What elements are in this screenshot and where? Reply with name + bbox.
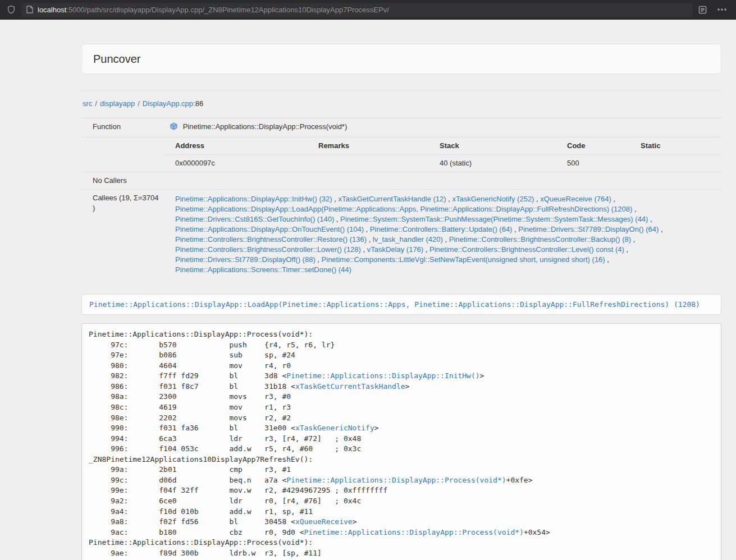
callee-separator: , (316, 255, 322, 264)
callee-link[interactable]: xTaskGenericNotify (252) (452, 195, 534, 203)
main-content: Puncover src/displayapp/DisplayApp.cpp:8… (81, 44, 721, 560)
disassembly-symbol-link[interactable]: xTaskGenericNotify (295, 424, 374, 432)
breadcrumb-link-displayapp[interactable]: displayapp (100, 99, 135, 108)
divider (81, 90, 721, 91)
symbol-detail-table: Address Remarks Stack Code Static 0x0000… (164, 137, 721, 172)
breadcrumb-separator: / (95, 99, 97, 108)
callee-separator: , (632, 205, 636, 213)
callee-link[interactable]: Pinetime::Drivers::Cst816S::GetTouchInfo… (175, 215, 334, 223)
value-code: 500 (556, 155, 629, 172)
no-callers-row: No Callers (81, 172, 721, 190)
callee-separator: , (361, 245, 367, 254)
callee-link[interactable]: Pinetime::Drivers::St7789::DisplayOff() … (175, 255, 316, 264)
callee-link[interactable]: Pinetime::Applications::DisplayApp::Init… (175, 195, 332, 203)
callee-separator: , (334, 215, 340, 223)
callee-link[interactable]: Pinetime::Controllers::BrightnessControl… (175, 235, 367, 244)
no-callers-label: No Callers (81, 172, 164, 190)
value-remarks (307, 155, 428, 172)
breadcrumb: src/displayapp/DisplayApp.cpp:86 (83, 99, 721, 109)
callee-link[interactable]: Pinetime::Controllers::Battery::Update()… (370, 225, 513, 233)
callee-link[interactable]: Pinetime::Applications::DisplayApp::OnTo… (175, 225, 364, 233)
callees-list: Pinetime::Applications::DisplayApp::Init… (164, 190, 721, 282)
callee-separator: , (659, 225, 662, 233)
callee-separator: , (624, 245, 628, 254)
callee-link[interactable]: Pinetime::Controllers::BrightnessControl… (449, 235, 631, 244)
detail-value-row: 0x0000097c 40 (static) 500 (164, 155, 721, 172)
url-bar[interactable]: localhost:5000/path/src/displayapp/Displ… (21, 3, 693, 17)
url-path: :5000/path/src/displayapp/DisplayApp.cpp… (66, 6, 389, 14)
breadcrumb-link-file[interactable]: DisplayApp.cpp: (143, 99, 195, 108)
callee-separator: , (364, 225, 370, 233)
callee-link[interactable]: xTaskGetCurrentTaskHandle (12) (338, 195, 446, 203)
callee-separator: , (631, 235, 635, 244)
browser-chrome: localhost:5000/path/src/displayapp/Displ… (0, 0, 736, 20)
callee-link[interactable]: Pinetime::Components::LittleVgl::SetNewT… (322, 255, 605, 264)
callee-separator: , (605, 255, 609, 264)
reader-mode-icon[interactable] (698, 6, 707, 14)
selected-symbol-box: Pinetime::Applications::DisplayApp::Load… (81, 294, 721, 315)
menu-ellipsis-icon[interactable] (717, 8, 727, 11)
breadcrumb-line-number: 86 (195, 99, 203, 108)
breadcrumb-link-src[interactable]: src (83, 99, 92, 108)
callee-link[interactable]: lv_task_handler (420) (373, 235, 443, 244)
value-stack: 40 (static) (428, 155, 556, 172)
callee-separator: , (534, 195, 540, 203)
shield-icon[interactable] (7, 4, 16, 15)
function-name-cell: Pinetime::Applications::DisplayApp::Proc… (164, 118, 721, 137)
callee-separator: , (446, 195, 452, 203)
callee-link[interactable]: xQueueReceive (764) (540, 195, 611, 203)
no-callers-cell (164, 172, 721, 190)
disassembly-pre: Pinetime::Applications::DisplayApp::Proc… (81, 323, 721, 560)
page-title: Puncover (93, 52, 710, 66)
selected-symbol-link[interactable]: Pinetime::Applications::DisplayApp::Load… (89, 300, 700, 309)
disassembly-symbol-link[interactable]: Pinetime::Applications::DisplayApp::Proc… (286, 476, 506, 484)
callee-separator: , (423, 245, 429, 254)
column-address: Address (164, 137, 307, 155)
app-header: Puncover (81, 44, 721, 74)
callee-link[interactable]: vTaskDelay (176) (367, 245, 423, 254)
callee-link[interactable]: Pinetime::System::SystemTask::PushMessag… (340, 215, 648, 223)
callees-row: Callees (19, Σ=3704 ) Pinetime::Applicat… (81, 190, 721, 282)
column-code: Code (556, 137, 629, 155)
callee-link[interactable]: Pinetime::Drivers::St7789::DisplayOn() (… (518, 225, 659, 233)
callee-separator: , (367, 235, 373, 244)
function-table: Function Pinetime::Applications::Display… (81, 118, 721, 282)
callee-separator: , (611, 195, 615, 203)
detail-header-row: Address Remarks Stack Code Static (164, 137, 721, 155)
column-static: Static (629, 137, 721, 155)
breadcrumb-separator: / (138, 99, 140, 108)
callees-label: Callees (19, Σ=3704 ) (81, 190, 164, 282)
page-icon (26, 6, 33, 13)
function-row-label: Function (81, 118, 164, 137)
column-remarks: Remarks (307, 137, 428, 155)
disassembly-symbol-link[interactable]: xTaskGetCurrentTaskHandle (295, 382, 405, 391)
toolbar-actions (698, 6, 727, 14)
column-stack: Stack (428, 137, 556, 155)
callee-link[interactable]: Pinetime::Controllers::BrightnessControl… (429, 245, 624, 254)
callee-link[interactable]: Pinetime::Controllers::BrightnessControl… (175, 245, 361, 254)
value-static (629, 155, 721, 172)
callee-separator: , (648, 215, 652, 223)
callee-link[interactable]: Pinetime::Applications::DisplayApp::Load… (175, 205, 632, 213)
callee-link[interactable]: Pinetime::Applications::Screens::Timer::… (175, 265, 351, 274)
function-row: Function Pinetime::Applications::Display… (81, 118, 721, 137)
disassembly-symbol-link[interactable]: xQueueReceive (295, 517, 353, 526)
callee-separator: , (443, 235, 449, 244)
disassembly-symbol-link[interactable]: Pinetime::Applications::DisplayApp::Init… (286, 371, 479, 380)
value-address: 0x0000097c (164, 155, 307, 172)
callee-separator: , (332, 195, 339, 203)
symbol-detail-row: Address Remarks Stack Code Static 0x0000… (81, 137, 721, 172)
callee-separator: , (512, 225, 518, 233)
spacer-cell (81, 137, 164, 172)
symbol-cube-icon (170, 124, 180, 132)
disassembly-symbol-link[interactable]: Pinetime::Applications::DisplayApp::Proc… (304, 528, 524, 536)
function-name: Pinetime::Applications::DisplayApp::Proc… (183, 122, 348, 131)
url-host: localhost (38, 6, 66, 14)
